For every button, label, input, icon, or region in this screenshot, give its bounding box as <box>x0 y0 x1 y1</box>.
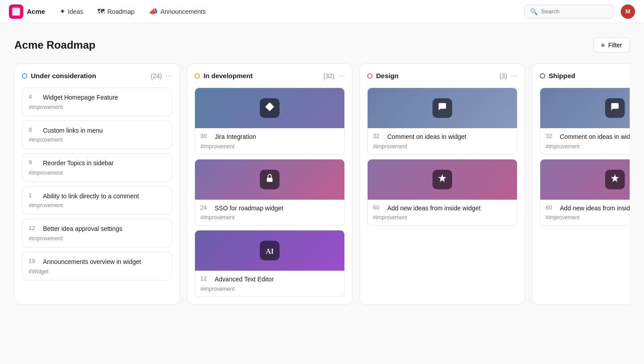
card-number: 12 <box>200 275 210 282</box>
card-row: 32 Comment on ideas in widget <box>373 133 512 142</box>
card[interactable]: 1 Ability to link directly to a comment … <box>22 186 172 215</box>
card-tag: #improvement <box>200 286 339 292</box>
card-body: 24 SSO for roadmap widget #improvement <box>195 200 344 226</box>
card-title: Widget Homepage Feature <box>43 93 118 102</box>
app-name: Acme <box>27 8 45 15</box>
column-design: Design (3) ··· 32 Comment on ideas in wi… <box>360 63 525 305</box>
card[interactable]: 19 Announcements overview in widget #Wid… <box>22 252 172 280</box>
card-row: 12 Better idea approval settings <box>29 225 165 234</box>
column-shipped: Shipped (2) ··· 32 Comment on ideas in w… <box>532 63 630 305</box>
card-title: Better idea approval settings <box>43 225 122 234</box>
card[interactable]: AI 12 Advanced Text Editor #improvement <box>195 230 345 297</box>
card[interactable]: 12 Better idea approval settings #improv… <box>22 219 172 247</box>
card-tag: #improvement <box>29 170 165 176</box>
card-feature-icon <box>610 173 620 186</box>
card-number: 19 <box>29 258 38 264</box>
card-image <box>195 159 344 200</box>
card-title: Jira Integration <box>215 133 256 142</box>
nav-announcements[interactable]: 📣 Announcements <box>144 4 211 18</box>
card-row: 12 Advanced Text Editor <box>200 275 339 284</box>
roadmap-icon: 🗺 <box>97 8 105 16</box>
card-title: Comment on ideas in widget <box>387 133 466 142</box>
card-row: 32 Comment on ideas in widget <box>546 133 630 142</box>
card-feature-icon <box>610 102 620 114</box>
card-icon-wrap: AI <box>260 241 280 260</box>
card-title: Reorder Topics in sidebar <box>43 159 114 168</box>
card-title: Add new ideas from inside widget <box>387 204 481 213</box>
card[interactable]: 60 Add new ideas from inside widget #imp… <box>367 159 517 226</box>
nav-announcements-label: Announcements <box>161 8 206 15</box>
card-title: SSO for roadmap widget <box>215 204 283 213</box>
card-image <box>368 159 517 200</box>
card[interactable]: 32 Comment on ideas in widget #improveme… <box>540 88 630 155</box>
card-body: 60 Add new ideas from inside widget #imp… <box>540 200 630 226</box>
column-count: (24) <box>151 72 162 79</box>
avatar[interactable]: M <box>621 4 635 19</box>
card-number: 24 <box>200 204 210 211</box>
card-number: 60 <box>546 204 555 211</box>
card-number: 32 <box>373 133 383 139</box>
card-feature-icon <box>437 102 447 114</box>
card-row: 24 SSO for roadmap widget <box>200 204 339 213</box>
card-title: Comment on ideas in widget <box>560 133 630 142</box>
column-menu-button[interactable]: ··· <box>338 71 345 80</box>
status-dot <box>22 73 27 79</box>
card[interactable]: 30 Jira Integration #improvement <box>195 88 345 155</box>
column-header: Shipped (2) ··· <box>540 71 630 80</box>
card-title: Custom links in menu <box>43 126 103 135</box>
filter-label: Filter <box>608 42 622 49</box>
filter-button[interactable]: ≡ Filter <box>593 38 630 53</box>
card-number: 9 <box>29 159 38 166</box>
card[interactable]: 8 Custom links in menu #improvement <box>22 121 172 149</box>
card-tag: #improvement <box>546 143 630 150</box>
card-image <box>540 88 630 128</box>
card-body: 32 Comment on ideas in widget #improveme… <box>540 128 630 154</box>
card-row: 19 Announcements overview in widget <box>29 258 165 267</box>
navbar: Acme ✦ Ideas 🗺 Roadmap 📣 Announcements 🔍… <box>0 0 644 23</box>
card-title: Ability to link directly to a comment <box>43 192 139 201</box>
app-logo[interactable] <box>9 4 23 19</box>
status-dot <box>195 73 200 79</box>
card-feature-icon <box>265 173 275 186</box>
column-menu-button[interactable]: ··· <box>511 71 517 80</box>
card-image <box>368 88 517 128</box>
card-row: 8 Custom links in menu <box>29 126 165 135</box>
card-number: 30 <box>200 133 210 139</box>
column-header: Design (3) ··· <box>367 71 517 80</box>
card-icon-wrap <box>432 170 452 189</box>
card-number: 4 <box>29 93 38 100</box>
card-row: 4 Widget Homepage Feature <box>29 93 165 102</box>
card[interactable]: 24 SSO for roadmap widget #improvement <box>195 159 345 226</box>
nav-ideas-label: Ideas <box>68 8 83 15</box>
nav-roadmap-label: Roadmap <box>107 8 135 15</box>
card-icon-wrap <box>605 98 625 118</box>
search-input[interactable] <box>541 8 604 15</box>
column-header: In development (32) ··· <box>195 71 345 80</box>
column-title: Under consideration <box>31 72 147 79</box>
card-row: 1 Ability to link directly to a comment <box>29 192 165 201</box>
card-tag: #improvement <box>373 214 512 221</box>
column-menu-button[interactable]: ··· <box>165 71 172 80</box>
card-row: 60 Add new ideas from inside widget <box>546 204 630 213</box>
card-row: 9 Reorder Topics in sidebar <box>29 159 165 168</box>
page-title: Acme Roadmap <box>14 39 95 51</box>
column-in-development: In development (32) ··· 30 Jira Integrat… <box>187 63 352 305</box>
card-tag: #improvement <box>200 143 339 150</box>
card-body: 12 Advanced Text Editor #improvement <box>195 271 344 297</box>
card-title: Advanced Text Editor <box>215 275 274 284</box>
nav-ideas[interactable]: ✦ Ideas <box>54 4 89 18</box>
column-header: Under consideration (24) ··· <box>22 71 172 80</box>
card[interactable]: 4 Widget Homepage Feature #improvement <box>22 88 172 116</box>
card[interactable]: 9 Reorder Topics in sidebar #improvement <box>22 153 172 182</box>
nav-roadmap[interactable]: 🗺 Roadmap <box>92 5 140 18</box>
search-bar[interactable]: 🔍 <box>524 5 614 18</box>
card[interactable]: 32 Comment on ideas in widget #improveme… <box>367 88 517 155</box>
search-icon: 🔍 <box>530 8 538 15</box>
card-image <box>195 88 344 128</box>
filter-icon: ≡ <box>601 42 605 49</box>
card-icon-wrap <box>605 170 625 189</box>
status-dot <box>540 73 545 79</box>
svg-marker-0 <box>265 102 274 111</box>
card-row: 60 Add new ideas from inside widget <box>373 204 512 213</box>
card[interactable]: 60 Add new ideas from inside widget #imp… <box>540 159 630 226</box>
